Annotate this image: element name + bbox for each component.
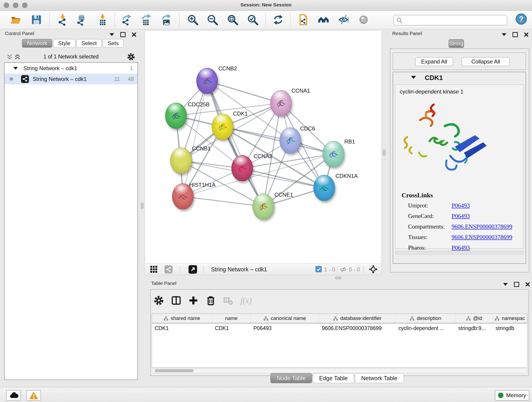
- search-input[interactable]: [405, 16, 504, 25]
- export-image-button[interactable]: [160, 14, 172, 26]
- tab-node-table[interactable]: Node Table: [270, 373, 312, 383]
- delete-table-icon[interactable]: [223, 295, 233, 306]
- zoom-in-button[interactable]: [187, 14, 199, 26]
- table-row[interactable]: CDK1CDK1P064939606.ENSP00000378699cyclin…: [152, 323, 527, 333]
- warning-button[interactable]: [26, 390, 41, 401]
- cloud-button[interactable]: [6, 390, 21, 401]
- homes-icon-button[interactable]: [317, 14, 329, 26]
- edge-CCNB2-CCNA1[interactable]: [207, 81, 281, 103]
- collapse-all-button[interactable]: Collapse All: [462, 57, 510, 66]
- table-cell[interactable]: 9606.ENSP00000378699: [319, 325, 396, 332]
- crosslink-link[interactable]: P06493: [452, 244, 470, 251]
- expand-all-button[interactable]: Expand All: [415, 57, 453, 66]
- section-collapse-icon[interactable]: [411, 76, 416, 79]
- zoom-fit-content-button[interactable]: [227, 14, 239, 26]
- tab-network-table[interactable]: Network Table: [355, 373, 404, 383]
- network-node-CCNA1[interactable]: [270, 90, 292, 116]
- table-horizontal-scrollbar[interactable]: [152, 369, 527, 373]
- add-column-icon[interactable]: [188, 295, 199, 306]
- table-cell[interactable]: CDK1: [152, 325, 212, 332]
- tab-select[interactable]: Select: [76, 39, 102, 48]
- save-session-button[interactable]: [31, 14, 42, 26]
- panel-close-icon[interactable]: [525, 282, 530, 287]
- network-node-RB1[interactable]: [323, 141, 344, 167]
- open-in-window-icon[interactable]: [189, 265, 197, 274]
- table-header-name[interactable]: name: [212, 314, 251, 323]
- table-cell[interactable]: CDK1: [212, 325, 251, 332]
- open-session-button[interactable]: [10, 14, 22, 26]
- zoom-selected-button[interactable]: [247, 14, 259, 26]
- network-node-CCNB1[interactable]: [170, 148, 192, 174]
- table-header-shared-name[interactable]: shared name: [152, 314, 212, 323]
- panel-float-icon[interactable]: [514, 282, 519, 287]
- memory-button[interactable]: Memory: [495, 390, 529, 401]
- table-cell[interactable]: cyclin-dependent ...: [396, 325, 456, 332]
- table-header-canonical-name[interactable]: canonical name: [251, 314, 319, 323]
- export-table-button[interactable]: [140, 14, 152, 26]
- export-network-button[interactable]: [120, 14, 133, 26]
- vertical-splitter-handle[interactable]: [141, 203, 144, 209]
- delete-column-icon[interactable]: [206, 295, 216, 306]
- network-node-CCNE1[interactable]: [253, 193, 274, 220]
- panel-menu-icon[interactable]: [503, 283, 508, 286]
- tab-sets[interactable]: Sets: [103, 39, 124, 48]
- network-node-CCNA2[interactable]: [231, 155, 253, 181]
- tab-string[interactable]: String: [449, 39, 464, 48]
- zoom-out-button[interactable]: [206, 14, 218, 26]
- table-cell[interactable]: P06493: [251, 325, 319, 332]
- crosslink-link[interactable]: P06493: [452, 213, 470, 220]
- crosslink-link[interactable]: P06493: [452, 202, 470, 209]
- table-cell[interactable]: stringdb: [493, 325, 527, 332]
- import-table-from-file-button[interactable]: [96, 14, 108, 26]
- share-network-icon[interactable]: [165, 265, 172, 274]
- section-scrollbar[interactable]: [395, 251, 524, 255]
- birds-eye-grid-icon[interactable]: [150, 266, 158, 273]
- refresh-button[interactable]: [272, 14, 284, 26]
- table-header-namespac[interactable]: namespac: [493, 314, 527, 323]
- network-node-CCNB2[interactable]: [196, 68, 218, 94]
- network-collection-row[interactable]: String Network – cdk1 1: [5, 63, 138, 74]
- panel-menu-icon[interactable]: [502, 33, 506, 36]
- edge-CDK1-RB1[interactable]: [222, 127, 333, 154]
- tree-collapse-icon[interactable]: [13, 67, 18, 70]
- table-header-database-identifier[interactable]: database identifier: [319, 314, 396, 323]
- scrollbar-thumb[interactable]: [155, 369, 194, 372]
- network-node-CDC6[interactable]: [279, 128, 301, 153]
- edge-CCNB2-CCNE1[interactable]: [207, 81, 263, 206]
- crosslink-link[interactable]: 9606.ENSP00000378699: [452, 223, 512, 230]
- new-network-from-file-button[interactable]: [297, 14, 309, 26]
- panel-float-icon[interactable]: [120, 32, 126, 37]
- panel-close-icon[interactable]: [524, 32, 529, 37]
- network-row[interactable]: String Network – cdk1 11 48: [5, 74, 138, 84]
- function-builder-icon[interactable]: f(x): [240, 296, 252, 305]
- selected-checkbox-icon[interactable]: [316, 266, 322, 272]
- network-canvas[interactable]: CCNB2CCNA1CDC25BCDK1CDC6RB1CCNB1CCNA2CDK…: [145, 30, 382, 264]
- network-node-CDKN1A[interactable]: [313, 175, 335, 201]
- edge-CCNB2-HIST1H1A[interactable]: [183, 81, 207, 196]
- panel-close-icon[interactable]: [132, 32, 136, 37]
- gear-icon[interactable]: [127, 53, 135, 61]
- panel-menu-icon[interactable]: [109, 33, 114, 36]
- import-network-from-database-button[interactable]: [75, 14, 87, 26]
- table-header-@id[interactable]: @id: [456, 314, 493, 323]
- edge-HIST1H1A-CCNE1[interactable]: [183, 196, 263, 206]
- vertical-splitter-handle[interactable]: [383, 149, 386, 156]
- network-node-CDC25B[interactable]: [165, 103, 187, 129]
- sphere-preview-button[interactable]: [358, 14, 370, 26]
- network-node-CDK1[interactable]: [212, 114, 233, 140]
- tab-edge-table[interactable]: Edge Table: [313, 373, 354, 383]
- help-button[interactable]: ?: [515, 13, 527, 25]
- hide-graphics-details-button[interactable]: [338, 14, 350, 26]
- crosslink-link[interactable]: 9606.ENSP00000378699: [452, 234, 512, 241]
- table-gear-icon[interactable]: [153, 295, 164, 306]
- show-columns-icon[interactable]: [171, 295, 181, 306]
- table-header-description[interactable]: description: [396, 314, 456, 323]
- import-network-from-file-button[interactable]: [57, 14, 69, 26]
- panel-float-icon[interactable]: [513, 32, 518, 37]
- pan-crosshair-icon[interactable]: [369, 265, 378, 274]
- node-section-header[interactable]: CDK1: [393, 72, 526, 83]
- horizontal-splitter-handle[interactable]: [335, 276, 341, 279]
- tab-network[interactable]: Network: [22, 39, 52, 48]
- tab-style[interactable]: Style: [53, 39, 75, 48]
- table-cell[interactable]: stringdb:9...: [456, 325, 493, 332]
